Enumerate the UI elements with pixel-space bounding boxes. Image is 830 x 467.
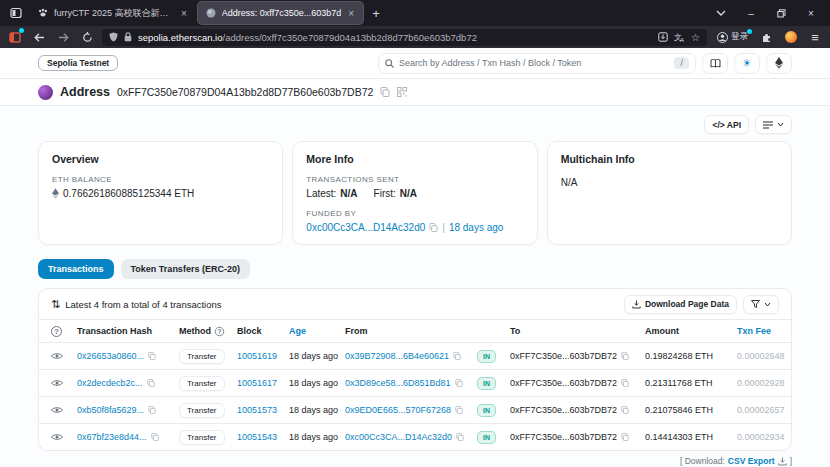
reload-icon[interactable] (78, 28, 96, 46)
search-shortcut-badge: / (674, 57, 689, 69)
window-close-button[interactable]: × (796, 0, 826, 26)
eye-icon[interactable] (51, 433, 63, 441)
eth-balance-label: ETH BALANCE (52, 175, 269, 184)
api-button[interactable]: </> API (704, 115, 749, 134)
tab-close-icon[interactable]: × (180, 8, 188, 19)
direction-badge: IN (477, 350, 496, 363)
theme-toggle-button[interactable]: ☀ (734, 53, 760, 74)
txn-fee-value: 0.00002657 (737, 405, 785, 415)
tab-close-icon[interactable]: × (347, 8, 355, 19)
copy-icon[interactable] (148, 352, 156, 360)
url-text[interactable]: sepolia.etherscan.io/address/0xff7c350e7… (138, 32, 652, 43)
from-address-link[interactable]: 0x39B72908...6B4e60621 (345, 351, 449, 361)
forward-icon[interactable] (54, 28, 72, 46)
download-icon (778, 457, 787, 466)
window-restore-button[interactable] (766, 0, 796, 26)
copy-icon[interactable] (621, 406, 629, 414)
to-address: 0xFF7C350e...603b7DB72 (510, 405, 617, 415)
eth-balance-value: 0.766261860885125344 ETH (63, 188, 194, 199)
copy-icon[interactable] (380, 87, 390, 97)
help-icon[interactable]: ? (51, 326, 62, 337)
copy-icon[interactable] (455, 406, 463, 414)
multichain-value: N/A (561, 177, 778, 188)
funder-address-link[interactable]: 0xc00Cc3CA...D14Ac32d0 (306, 222, 425, 233)
search-input[interactable] (399, 58, 669, 68)
browser-tab-etherscan-address[interactable]: Address: 0xff7c350e...603b7d × (198, 2, 363, 24)
filter-button[interactable] (743, 295, 779, 314)
tab-transactions[interactable]: Transactions (38, 259, 114, 279)
copy-icon[interactable] (621, 433, 629, 441)
txn-hash-link[interactable]: 0x26653a0860... (77, 351, 144, 361)
lock-icon[interactable] (124, 32, 132, 42)
extensions-icon[interactable] (758, 28, 776, 46)
account-button[interactable]: 登录 (713, 29, 752, 45)
browser-tab-furryctf[interactable]: furryCTF 2025 高校联合新神影 × (30, 2, 196, 24)
copy-icon[interactable] (148, 406, 156, 414)
qr-code-icon[interactable] (397, 87, 407, 97)
url-bar[interactable]: sepolia.etherscan.io/address/0xff7c350e7… (102, 29, 707, 46)
eye-icon[interactable] (51, 406, 63, 414)
network-eth-button[interactable] (766, 53, 792, 74)
method-badge[interactable]: Transfer (179, 349, 225, 364)
tab-token-transfers[interactable]: Token Transfers (ERC-20) (121, 259, 250, 279)
copy-icon[interactable] (147, 379, 155, 387)
address-avatar (38, 85, 53, 100)
container-tab-icon[interactable] (6, 28, 24, 46)
copy-icon[interactable] (621, 379, 629, 387)
new-tab-button[interactable]: + (365, 3, 387, 23)
method-badge[interactable]: Transfer (179, 403, 225, 418)
col-txn-fee[interactable]: Txn Fee (737, 326, 779, 336)
sort-icon[interactable]: ⇅ (51, 298, 60, 311)
block-link[interactable]: 10051619 (237, 351, 277, 361)
eye-icon[interactable] (51, 379, 63, 387)
method-help-icon[interactable]: ? (215, 326, 224, 335)
method-badge[interactable]: Transfer (179, 376, 225, 391)
latest-value: N/A (340, 188, 357, 199)
txn-hash-link[interactable]: 0x67bf23e8d44... (77, 432, 147, 442)
copy-icon[interactable] (429, 223, 438, 232)
block-link[interactable]: 10051543 (237, 432, 277, 442)
block-link[interactable]: 10051617 (237, 378, 277, 388)
list-all-tabs-icon[interactable] (706, 0, 736, 26)
translate-icon[interactable]: 文A (674, 32, 685, 42)
save-page-icon[interactable] (658, 32, 668, 42)
csv-export-link[interactable]: CSV Export (728, 456, 775, 466)
copy-icon[interactable] (621, 352, 629, 360)
from-address-link[interactable]: 0x9ED0E665...570F67268 (345, 405, 451, 415)
shield-icon[interactable] (109, 32, 118, 42)
copy-icon[interactable] (151, 433, 159, 441)
download-page-data-button[interactable]: Download Page Data (624, 295, 737, 314)
firefox-view-icon[interactable] (4, 3, 28, 23)
eye-icon[interactable] (51, 352, 63, 360)
eth-icon (52, 188, 59, 199)
to-address: 0xFF7C350e...603b7DB72 (510, 432, 617, 442)
txn-hash-link[interactable]: 0x2decdecb2c... (77, 378, 143, 388)
method-badge[interactable]: Transfer (179, 430, 225, 445)
from-address-link[interactable]: 0xc00Cc3CA...D14Ac32d0 (345, 432, 452, 442)
table-header-row: ? Transaction Hash Method ? Block Age Fr… (39, 319, 791, 342)
bookmark-star-icon[interactable]: ☆ (691, 32, 700, 43)
funded-age-link[interactable]: 18 days ago (449, 222, 504, 233)
window-minimize-button[interactable]: – (736, 0, 766, 26)
more-info-card: More Info TRANSACTIONS SENT Latest: N/A … (292, 141, 537, 245)
col-age[interactable]: Age (289, 326, 345, 336)
separator: | (442, 222, 445, 233)
address-value: 0xFF7C350e70879D04A13bb2d8D77B60e603b7DB… (117, 86, 373, 98)
from-address-link[interactable]: 0x3D89ce58...6D851Bd81 (345, 378, 451, 388)
tab-title: Address: 0xff7c350e...603b7d (222, 8, 341, 18)
menu-icon[interactable]: ≡ (806, 28, 824, 46)
addon-icon[interactable] (782, 28, 800, 46)
back-icon[interactable] (30, 28, 48, 46)
browser-tab-bar: furryCTF 2025 高校联合新神影 × Address: 0xff7c3… (0, 0, 830, 26)
search-box[interactable]: / (378, 53, 696, 74)
more-options-button[interactable] (755, 115, 792, 134)
page-title: Address (60, 85, 110, 99)
block-link[interactable]: 10051573 (237, 405, 277, 415)
sepolia-testnet-logo[interactable]: Sepolia Testnet (38, 55, 118, 71)
copy-icon[interactable] (453, 352, 461, 360)
copy-icon[interactable] (455, 379, 463, 387)
to-address: 0xFF7C350e...603b7DB72 (510, 378, 617, 388)
txn-hash-link[interactable]: 0xb50f8fa5629... (77, 405, 144, 415)
copy-icon[interactable] (456, 433, 464, 441)
docs-button[interactable] (702, 53, 728, 74)
